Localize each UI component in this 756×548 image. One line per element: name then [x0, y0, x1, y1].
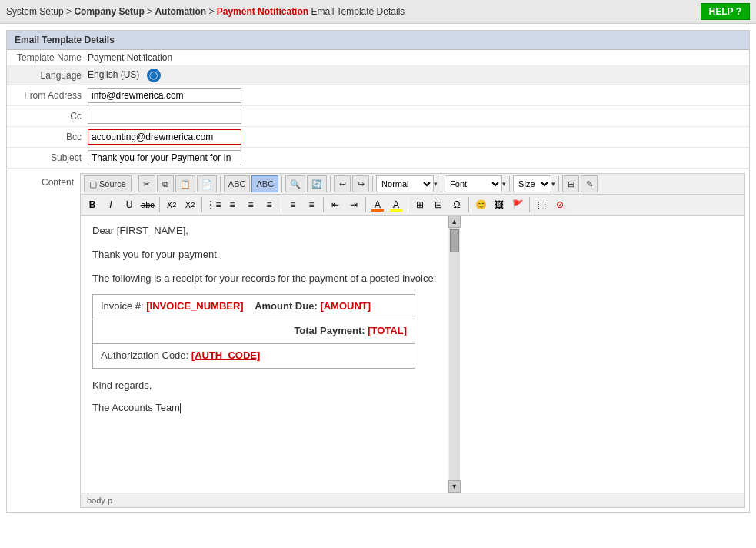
toolbar-separator-3	[281, 176, 282, 192]
undo-button[interactable]: ↩	[334, 175, 351, 192]
from-address-row: From Address	[7, 85, 749, 106]
format-select[interactable]: Normal	[376, 175, 434, 192]
top-bar: System Setup > Company Setup > Automatio…	[0, 0, 756, 24]
ordered-list-button[interactable]: ≡	[285, 196, 301, 213]
source-icon: ▢	[89, 179, 97, 189]
italic-button[interactable]: I	[102, 196, 119, 213]
panel-title: Email Template Details	[7, 31, 749, 50]
maximize-button[interactable]: ✎	[581, 175, 598, 192]
strikethrough-button[interactable]: abc	[139, 196, 156, 213]
align-left-button[interactable]: ⋮≡	[205, 196, 222, 213]
source-button[interactable]: ▢ Source	[84, 175, 132, 192]
scroll-down-button[interactable]: ▼	[448, 480, 461, 493]
auth-label: Authorization Code:	[101, 349, 188, 361]
language-value: English (US) ◯	[88, 68, 161, 82]
invoice-label: Invoice #:	[101, 300, 144, 312]
cut-button[interactable]: ✂	[138, 175, 155, 192]
cc-label: Cc	[15, 111, 88, 122]
flag-button[interactable]: 🚩	[509, 196, 526, 213]
toolbar-separator-13	[365, 197, 366, 212]
insert-button[interactable]: ⬚	[533, 196, 550, 213]
size-dropdown-icon: ▾	[551, 180, 555, 188]
invoice-row: Invoice #: [INVOICE_NUMBER] Amount Due: …	[93, 295, 415, 319]
breadcrumb-suffix: Email Template Details	[311, 6, 405, 17]
help-button[interactable]: HELP ?	[701, 3, 750, 20]
scrollbar-thumb[interactable]	[450, 229, 459, 252]
cc-input[interactable]	[88, 109, 241, 124]
content-row: Content ▢ Source ✂ ⧉ 📋 📄 ABC ABC	[7, 169, 749, 512]
greeting-text: Dear [FIRST_NAME],	[92, 223, 436, 239]
spell-active-button[interactable]: ABC	[251, 175, 278, 192]
copy-button[interactable]: ⧉	[157, 175, 174, 192]
bold-button[interactable]: B	[84, 196, 101, 213]
amount-value: [AMOUNT]	[320, 300, 371, 312]
regards-text: Kind regards,	[92, 378, 436, 394]
image-button[interactable]: 🖼	[491, 196, 508, 213]
editor-scrollbar: ▲ ▼	[448, 216, 460, 493]
decrease-indent-button[interactable]: ⇤	[327, 196, 344, 213]
replace-button[interactable]: 🔄	[307, 175, 327, 192]
template-name-label: Template Name	[15, 52, 88, 63]
redo-button[interactable]: ↪	[352, 175, 369, 192]
bcc-label: Bcc	[15, 132, 88, 142]
paste-text-button[interactable]: 📄	[197, 175, 217, 192]
breadcrumb: System Setup > Company Setup > Automatio…	[6, 6, 405, 17]
remove-format-button[interactable]: ⊘	[551, 196, 568, 213]
breadcrumb-system-setup: System Setup	[6, 6, 64, 17]
source-label: Source	[99, 179, 126, 189]
content-label: Content	[7, 169, 80, 188]
invoice-value: [INVOICE_NUMBER]	[146, 300, 243, 312]
total-cell: Total Payment: [TOTAL]	[93, 319, 415, 344]
size-select[interactable]: Size	[513, 175, 551, 192]
breadcrumb-sep3: >	[208, 6, 216, 17]
spell-button[interactable]: ABC	[224, 175, 251, 192]
align-right-button[interactable]: ≡	[242, 196, 259, 213]
editor-body[interactable]: Dear [FIRST_NAME], Thank you for your pa…	[81, 216, 448, 493]
auth-cell: Authorization Code: [AUTH_CODE]	[93, 343, 415, 368]
email-template-details-panel: Email Template Details Template Name Pay…	[6, 30, 750, 513]
toolbar-separator-12	[323, 197, 324, 212]
template-name-row: Template Name Payment Notification	[7, 50, 749, 66]
editor-with-scroll: Dear [FIRST_NAME], Thank you for your pa…	[81, 216, 744, 493]
paste-button[interactable]: 📋	[175, 175, 195, 192]
subscript-button[interactable]: X2	[163, 196, 180, 213]
font-color-button[interactable]: A	[369, 196, 386, 213]
breadcrumb-sep2: >	[147, 6, 155, 17]
scrollbar-track[interactable]	[449, 228, 460, 480]
special-char-button[interactable]: Ω	[448, 196, 465, 213]
unordered-list-button[interactable]: ≡	[303, 196, 320, 213]
align-center-button[interactable]: ≡	[224, 196, 241, 213]
find-button[interactable]: 🔍	[285, 175, 305, 192]
language-flag-icon[interactable]: ◯	[147, 68, 161, 82]
team-text: The Accounts Team	[92, 400, 436, 416]
toolbar-separator-1	[135, 176, 135, 192]
toolbar-separator-4	[330, 176, 331, 192]
scroll-up-button[interactable]: ▲	[448, 216, 461, 228]
amount-label: Amount Due:	[255, 300, 318, 312]
cc-row: Cc	[7, 106, 749, 127]
toolbar-separator-11	[281, 197, 281, 212]
table-row-button[interactable]: ⊟	[430, 196, 447, 213]
increase-indent-button[interactable]: ⇥	[345, 196, 362, 213]
toolbar-separator-2	[220, 176, 221, 192]
font-dropdown-icon: ▾	[502, 180, 506, 188]
toolbar-row-1: ▢ Source ✂ ⧉ 📋 📄 ABC ABC 🔍 🔄 ↩	[81, 174, 744, 195]
superscript-button[interactable]: X2	[182, 196, 198, 213]
template-name-value: Payment Notification	[88, 52, 172, 63]
total-label: Total Payment:	[294, 325, 365, 336]
align-justify-button[interactable]: ≡	[261, 196, 278, 213]
emoticon-button[interactable]: 😊	[472, 196, 489, 213]
toolbar-separator-14	[408, 197, 408, 212]
bcc-row: Bcc	[7, 127, 749, 148]
toolbar-separator-10	[201, 197, 202, 212]
main-content: Email Template Details Template Name Pay…	[0, 24, 756, 519]
underline-button[interactable]: U	[121, 196, 138, 213]
highlight-button[interactable]: A	[388, 196, 405, 213]
subject-input[interactable]	[88, 150, 241, 165]
bcc-input[interactable]	[88, 129, 241, 145]
breadcrumb-company-setup: Company Setup	[74, 6, 144, 17]
from-address-input[interactable]	[88, 88, 241, 103]
insert-table-button[interactable]: ⊞	[411, 196, 428, 213]
table-button[interactable]: ⊞	[562, 175, 579, 192]
font-select[interactable]: Font	[445, 175, 502, 192]
